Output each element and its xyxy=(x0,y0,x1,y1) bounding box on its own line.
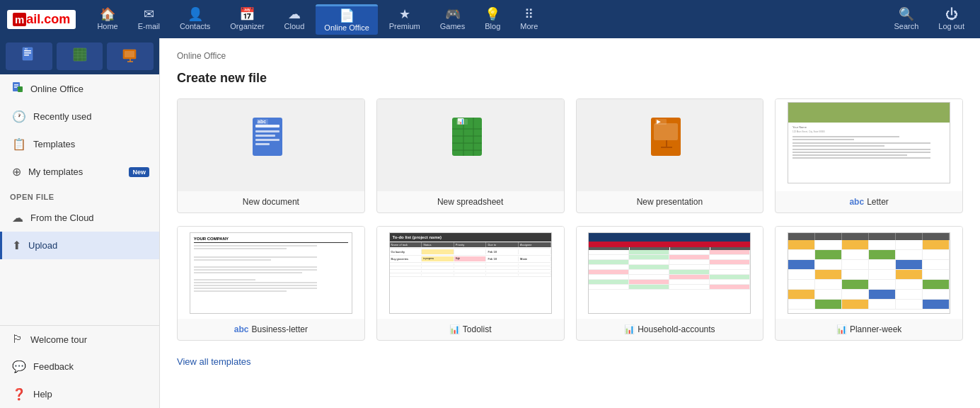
contacts-icon: 👤 xyxy=(188,8,203,21)
svg-rect-2 xyxy=(24,52,31,54)
search-icon: 🔍 xyxy=(899,8,914,21)
nav-online-office[interactable]: 📄 Online Office xyxy=(316,4,377,35)
sidebar-item-recently-used[interactable]: 🕐 Recently used xyxy=(0,103,159,130)
letter-preview: Your Name 123 Main Street, City, State 6… xyxy=(776,99,962,191)
sidebar-item-welcome-tour[interactable]: 🏳 Welcome tour xyxy=(0,326,159,353)
planner-text: Planner-week xyxy=(850,324,901,334)
svg-rect-18 xyxy=(125,51,134,57)
sidebar-item-from-cloud[interactable]: ☁ From the Cloud xyxy=(0,204,159,232)
sidebar-item-upload[interactable]: ⬆ Upload xyxy=(0,232,159,259)
sidebar-item-templates[interactable]: 📋 Templates xyxy=(0,130,159,158)
planner-week-card[interactable]: 📊 Planner-week xyxy=(775,226,963,341)
nav-items: 🏠 Home ✉ E-mail 👤 Contacts 📅 Organizer ☁… xyxy=(88,4,885,35)
svg-rect-22 xyxy=(14,84,18,85)
sidebar-item-my-templates[interactable]: ⊕ My templates New xyxy=(0,158,159,186)
new-document-card[interactable]: abc New document xyxy=(177,98,365,213)
top-navigation: mail.com 🏠 Home ✉ E-mail 👤 Contacts 📅 Or… xyxy=(0,0,980,38)
letter-thumbnail: Your Name 123 Main Street, City, State 6… xyxy=(788,102,950,183)
tab-spreadsheet[interactable] xyxy=(57,42,103,70)
todo-row-1: Go laundry Feb 18 xyxy=(390,249,551,256)
view-all-templates-link[interactable]: View all templates xyxy=(177,356,251,367)
nav-contacts-label: Contacts xyxy=(180,22,210,30)
sidebar-item-feedback[interactable]: 💬 Feedback xyxy=(0,353,159,380)
tab-presentation[interactable] xyxy=(107,42,154,70)
sidebar-welcome-tour-label: Welcome tour xyxy=(30,334,87,345)
letter-template-card[interactable]: Your Name 123 Main Street, City, State 6… xyxy=(775,98,963,213)
sidebar-item-help[interactable]: ❓ Help xyxy=(0,380,159,408)
business-letter-preview: YOUR COMPANY xyxy=(178,227,364,319)
my-templates-icon: ⊕ xyxy=(12,165,21,178)
business-letter-label: abc Business-letter xyxy=(178,319,364,340)
nav-home-label: Home xyxy=(97,22,117,30)
online-office-sidebar-icon xyxy=(12,81,23,96)
new-presentation-card[interactable]: ▶ New presentation xyxy=(576,98,764,213)
nav-right: 🔍 Search ⏻ Log out xyxy=(885,5,973,33)
hh-header xyxy=(589,233,750,242)
new-document-text: New document xyxy=(243,197,299,207)
new-document-label: New document xyxy=(178,191,364,212)
clock-icon: 🕐 xyxy=(12,110,26,123)
svg-rect-30 xyxy=(255,125,279,128)
new-presentation-preview: ▶ xyxy=(577,99,763,191)
planner-label: 📊 Planner-week xyxy=(776,319,962,340)
svg-rect-33 xyxy=(255,139,279,141)
new-presentation-label: New presentation xyxy=(577,191,763,212)
nav-more[interactable]: ⠿ More xyxy=(512,5,546,33)
nav-logout-label: Log out xyxy=(938,22,964,30)
nav-search-label: Search xyxy=(894,22,918,30)
new-spreadsheet-text: New spreadsheet xyxy=(437,197,503,207)
breadcrumb: Online Office xyxy=(177,51,963,61)
upload-icon: ⬆ xyxy=(12,239,21,252)
open-file-label: Open File xyxy=(10,193,54,201)
nav-home[interactable]: 🏠 Home xyxy=(88,5,126,33)
presentation-tab-icon xyxy=(122,47,138,66)
nav-email[interactable]: ✉ E-mail xyxy=(129,5,168,33)
page-title: Create new file xyxy=(177,71,963,86)
todolist-label: 📊 Todolist xyxy=(377,319,564,340)
nav-contacts[interactable]: 👤 Contacts xyxy=(171,5,219,33)
hh-subheader xyxy=(589,242,750,247)
nav-logout[interactable]: ⏻ Log out xyxy=(930,5,973,33)
premium-icon: ★ xyxy=(399,8,410,21)
planner-preview xyxy=(776,227,962,319)
new-badge: New xyxy=(129,167,149,177)
logo-text: ail.com xyxy=(26,12,70,26)
sidebar-feedback-label: Feedback xyxy=(33,361,74,372)
todo-type-icon: 📊 xyxy=(449,324,460,334)
games-icon: 🎮 xyxy=(445,8,461,21)
todolist-card[interactable]: To-do list (project name) Name of task S… xyxy=(376,226,565,341)
open-file-section-header: Open File xyxy=(0,186,159,204)
online-office-nav-icon: 📄 xyxy=(339,9,354,22)
blog-icon: 💡 xyxy=(485,8,500,21)
sidebar-online-office-label: Online Office xyxy=(30,84,83,94)
letter-header-bar xyxy=(788,103,950,123)
household-text: Household-accounts xyxy=(638,324,715,334)
biz-type-icon: abc xyxy=(234,324,249,334)
todolist-thumbnail: To-do list (project name) Name of task S… xyxy=(389,232,552,314)
main-layout: abc xyxy=(0,38,980,408)
household-accounts-card[interactable]: 📊 Household-accounts xyxy=(576,226,764,341)
document-large-icon: abc xyxy=(250,116,292,174)
svg-text:📊: 📊 xyxy=(457,118,464,125)
nav-premium[interactable]: ★ Premium xyxy=(381,5,429,33)
business-letter-thumbnail: YOUR COMPANY xyxy=(190,232,352,314)
biz-company-header: YOUR COMPANY xyxy=(194,237,348,243)
nav-search[interactable]: 🔍 Search xyxy=(885,5,927,33)
new-spreadsheet-card[interactable]: 📊 New spreadsheet xyxy=(376,98,565,213)
household-thumbnail xyxy=(588,232,751,314)
new-files-grid: abc New document xyxy=(177,98,963,213)
sidebar-item-online-office[interactable]: Online Office xyxy=(0,74,159,103)
nav-games[interactable]: 🎮 Games xyxy=(432,5,473,33)
sidebar: abc xyxy=(0,38,160,408)
business-letter-card[interactable]: YOUR COMPANY xyxy=(177,226,365,341)
nav-organizer[interactable]: 📅 Organizer xyxy=(221,5,272,33)
doc-type-tabs: abc xyxy=(0,38,159,74)
nav-games-label: Games xyxy=(440,22,465,30)
welcome-tour-icon: 🏳 xyxy=(12,333,23,346)
new-spreadsheet-label: New spreadsheet xyxy=(377,191,564,212)
tab-text[interactable]: abc xyxy=(6,42,52,70)
nav-blog[interactable]: 💡 Blog xyxy=(476,5,509,33)
nav-cloud[interactable]: ☁ Cloud xyxy=(276,5,313,33)
household-label: 📊 Household-accounts xyxy=(577,319,763,340)
logo[interactable]: mail.com xyxy=(7,10,76,29)
